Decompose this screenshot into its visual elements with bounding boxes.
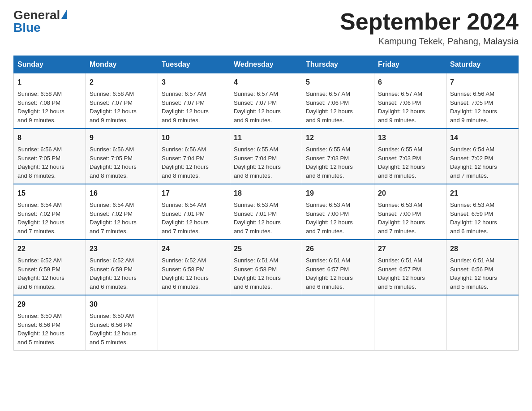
- day-info: Sunrise: 6:52 AMSunset: 6:58 PMDaylight:…: [162, 256, 226, 291]
- calendar-cell: 23Sunrise: 6:52 AMSunset: 6:59 PMDayligh…: [86, 240, 158, 295]
- calendar-cell: 28Sunrise: 6:51 AMSunset: 6:56 PMDayligh…: [446, 240, 519, 295]
- day-number: 8: [17, 133, 82, 143]
- day-info: Sunrise: 6:56 AMSunset: 7:05 PMDaylight:…: [17, 145, 82, 180]
- calendar-cell: [374, 295, 446, 351]
- calendar-cell: [446, 295, 519, 351]
- day-info: Sunrise: 6:58 AMSunset: 7:08 PMDaylight:…: [17, 90, 82, 124]
- calendar-cell: 24Sunrise: 6:52 AMSunset: 6:58 PMDayligh…: [158, 240, 230, 295]
- calendar-table: SundayMondayTuesdayWednesdayThursdayFrid…: [13, 56, 519, 351]
- day-number: 20: [378, 188, 442, 199]
- calendar-cell: 25Sunrise: 6:51 AMSunset: 6:58 PMDayligh…: [230, 240, 302, 295]
- calendar-cell: 2Sunrise: 6:58 AMSunset: 7:07 PMDaylight…: [86, 73, 158, 129]
- calendar-week-row-5: 29Sunrise: 6:50 AMSunset: 6:56 PMDayligh…: [14, 295, 519, 351]
- day-info: Sunrise: 6:51 AMSunset: 6:57 PMDaylight:…: [378, 256, 442, 291]
- day-number: 3: [162, 77, 226, 88]
- calendar-cell: 7Sunrise: 6:56 AMSunset: 7:05 PMDaylight…: [446, 73, 519, 129]
- title-section: September 2024 Kampung Tekek, Pahang, Ma…: [340, 9, 519, 47]
- logo-general-text: General: [13, 9, 60, 21]
- calendar-weekday-sunday: Sunday: [14, 56, 86, 73]
- day-info: Sunrise: 6:52 AMSunset: 6:59 PMDaylight:…: [17, 256, 82, 291]
- day-number: 24: [162, 244, 226, 254]
- calendar-cell: [302, 295, 374, 351]
- day-info: Sunrise: 6:53 AMSunset: 6:59 PMDaylight:…: [450, 201, 515, 235]
- day-number: 21: [450, 188, 515, 199]
- day-info: Sunrise: 6:57 AMSunset: 7:06 PMDaylight:…: [306, 90, 370, 124]
- day-info: Sunrise: 6:57 AMSunset: 7:06 PMDaylight:…: [378, 90, 442, 124]
- day-info: Sunrise: 6:56 AMSunset: 7:04 PMDaylight:…: [162, 145, 226, 180]
- day-info: Sunrise: 6:56 AMSunset: 7:05 PMDaylight:…: [90, 145, 154, 180]
- calendar-weekday-thursday: Thursday: [302, 56, 374, 73]
- day-number: 15: [17, 188, 82, 199]
- day-info: Sunrise: 6:54 AMSunset: 7:02 PMDaylight:…: [17, 201, 82, 235]
- day-number: 29: [17, 299, 82, 310]
- day-info: Sunrise: 6:52 AMSunset: 6:59 PMDaylight:…: [90, 256, 154, 291]
- day-number: 9: [90, 133, 154, 143]
- day-number: 4: [234, 77, 298, 88]
- logo: General Blue: [13, 9, 67, 34]
- calendar-cell: 19Sunrise: 6:53 AMSunset: 7:00 PMDayligh…: [302, 184, 374, 240]
- day-number: 6: [378, 77, 442, 88]
- day-info: Sunrise: 6:54 AMSunset: 7:02 PMDaylight:…: [450, 145, 515, 180]
- day-number: 13: [378, 133, 442, 143]
- day-number: 1: [17, 77, 82, 88]
- calendar-cell: 14Sunrise: 6:54 AMSunset: 7:02 PMDayligh…: [446, 128, 519, 184]
- calendar-cell: 1Sunrise: 6:58 AMSunset: 7:08 PMDaylight…: [14, 73, 86, 129]
- calendar-cell: 12Sunrise: 6:55 AMSunset: 7:03 PMDayligh…: [302, 128, 374, 184]
- day-info: Sunrise: 6:53 AMSunset: 7:00 PMDaylight:…: [306, 201, 370, 235]
- calendar-cell: 18Sunrise: 6:53 AMSunset: 7:01 PMDayligh…: [230, 184, 302, 240]
- calendar-week-row-2: 8Sunrise: 6:56 AMSunset: 7:05 PMDaylight…: [14, 128, 519, 184]
- calendar-cell: 13Sunrise: 6:55 AMSunset: 7:03 PMDayligh…: [374, 128, 446, 184]
- day-info: Sunrise: 6:50 AMSunset: 6:56 PMDaylight:…: [17, 312, 82, 347]
- day-number: 12: [306, 133, 370, 143]
- day-number: 23: [90, 244, 154, 254]
- day-info: Sunrise: 6:55 AMSunset: 7:03 PMDaylight:…: [378, 145, 442, 180]
- calendar-cell: 17Sunrise: 6:54 AMSunset: 7:01 PMDayligh…: [158, 184, 230, 240]
- day-info: Sunrise: 6:54 AMSunset: 7:02 PMDaylight:…: [90, 201, 154, 235]
- day-info: Sunrise: 6:57 AMSunset: 7:07 PMDaylight:…: [234, 90, 298, 124]
- calendar-cell: 29Sunrise: 6:50 AMSunset: 6:56 PMDayligh…: [14, 295, 86, 351]
- logo-triangle-icon: [61, 10, 67, 19]
- calendar-cell: 15Sunrise: 6:54 AMSunset: 7:02 PMDayligh…: [14, 184, 86, 240]
- calendar-cell: 10Sunrise: 6:56 AMSunset: 7:04 PMDayligh…: [158, 128, 230, 184]
- day-number: 27: [378, 244, 442, 254]
- day-number: 30: [90, 299, 154, 310]
- calendar-cell: 11Sunrise: 6:55 AMSunset: 7:04 PMDayligh…: [230, 128, 302, 184]
- calendar-week-row-4: 22Sunrise: 6:52 AMSunset: 6:59 PMDayligh…: [14, 240, 519, 295]
- day-number: 11: [234, 133, 298, 143]
- logo-blue-text: Blue: [13, 21, 41, 34]
- calendar-weekday-saturday: Saturday: [446, 56, 519, 73]
- calendar-cell: 20Sunrise: 6:53 AMSunset: 7:00 PMDayligh…: [374, 184, 446, 240]
- calendar-weekday-friday: Friday: [374, 56, 446, 73]
- month-title: September 2024: [340, 9, 519, 34]
- day-info: Sunrise: 6:56 AMSunset: 7:05 PMDaylight:…: [450, 90, 515, 124]
- calendar-cell: 21Sunrise: 6:53 AMSunset: 6:59 PMDayligh…: [446, 184, 519, 240]
- calendar-cell: 6Sunrise: 6:57 AMSunset: 7:06 PMDaylight…: [374, 73, 446, 129]
- day-number: 2: [90, 77, 154, 88]
- calendar-weekday-wednesday: Wednesday: [230, 56, 302, 73]
- day-info: Sunrise: 6:51 AMSunset: 6:57 PMDaylight:…: [306, 256, 370, 291]
- day-info: Sunrise: 6:54 AMSunset: 7:01 PMDaylight:…: [162, 201, 226, 235]
- day-number: 19: [306, 188, 370, 199]
- day-number: 18: [234, 188, 298, 199]
- day-info: Sunrise: 6:50 AMSunset: 6:56 PMDaylight:…: [90, 312, 154, 347]
- calendar-weekday-tuesday: Tuesday: [158, 56, 230, 73]
- day-info: Sunrise: 6:57 AMSunset: 7:07 PMDaylight:…: [162, 90, 226, 124]
- day-info: Sunrise: 6:53 AMSunset: 7:00 PMDaylight:…: [378, 201, 442, 235]
- calendar-cell: 8Sunrise: 6:56 AMSunset: 7:05 PMDaylight…: [14, 128, 86, 184]
- day-info: Sunrise: 6:53 AMSunset: 7:01 PMDaylight:…: [234, 201, 298, 235]
- location-text: Kampung Tekek, Pahang, Malaysia: [340, 36, 519, 47]
- calendar-cell: 22Sunrise: 6:52 AMSunset: 6:59 PMDayligh…: [14, 240, 86, 295]
- day-number: 25: [234, 244, 298, 254]
- day-number: 14: [450, 133, 515, 143]
- day-number: 22: [17, 244, 82, 254]
- day-number: 26: [306, 244, 370, 254]
- calendar-week-row-3: 15Sunrise: 6:54 AMSunset: 7:02 PMDayligh…: [14, 184, 519, 240]
- calendar-cell: 26Sunrise: 6:51 AMSunset: 6:57 PMDayligh…: [302, 240, 374, 295]
- day-number: 17: [162, 188, 226, 199]
- day-number: 10: [162, 133, 226, 143]
- day-number: 28: [450, 244, 515, 254]
- calendar-weekday-monday: Monday: [86, 56, 158, 73]
- calendar-cell: 4Sunrise: 6:57 AMSunset: 7:07 PMDaylight…: [230, 73, 302, 129]
- day-info: Sunrise: 6:55 AMSunset: 7:04 PMDaylight:…: [234, 145, 298, 180]
- calendar-cell: 3Sunrise: 6:57 AMSunset: 7:07 PMDaylight…: [158, 73, 230, 129]
